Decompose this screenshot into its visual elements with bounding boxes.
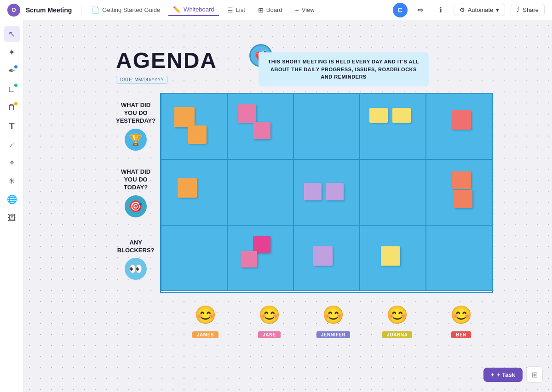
sticky-note[interactable] (452, 110, 471, 130)
description-box: This short meeting is held every day and… (259, 52, 429, 86)
board-icon: ⊞ (258, 6, 264, 14)
shape-tool-button[interactable]: □ (4, 81, 20, 97)
links-tool-button[interactable]: ⌖ (4, 154, 20, 171)
image-icon: 🖼 (8, 213, 16, 223)
cell-r3c4 (360, 225, 426, 291)
note-tool-button[interactable]: 🗒 (4, 99, 20, 116)
label-today: What did you do today? 🎯 (116, 159, 155, 226)
automate-icon: ⚙ (460, 6, 465, 13)
text-icon: T (9, 121, 14, 131)
tab-board[interactable]: ⊞ Board (253, 5, 287, 16)
cell-r2c4 (360, 159, 426, 225)
sticky-note[interactable] (238, 104, 256, 123)
jane-smiley: 😊 (257, 302, 282, 328)
sticky-note[interactable] (454, 190, 472, 208)
main-grid: What did you do yesterday? 🏆 What did yo… (116, 93, 493, 293)
cell-r1c4 (360, 94, 426, 159)
tab-list[interactable]: ☰ List (223, 5, 250, 16)
cell-r2c5 (426, 159, 492, 225)
jennifer-smiley: 😊 (321, 302, 346, 328)
info-button[interactable]: ℹ (433, 3, 448, 17)
select-tool-button[interactable]: ↖ (4, 26, 20, 42)
sticky-note[interactable] (326, 183, 344, 200)
trophy-icon: 🏆 (125, 129, 147, 151)
header-divider (81, 6, 81, 15)
james-smiley: 😊 (193, 302, 218, 328)
tab-whiteboard[interactable]: ✏️ Whiteboard (168, 4, 218, 16)
canvas-area[interactable]: AGENDA DATE: MM/DD/YYYY 📢 This short mee… (24, 20, 552, 392)
cell-r2c2 (227, 159, 293, 225)
automate-chevron-icon: ▾ (496, 6, 499, 13)
links-icon: ⌖ (10, 158, 14, 168)
cell-r3c1 (161, 225, 227, 291)
text-tool-button[interactable]: T (4, 118, 20, 134)
add-task-button[interactable]: + + Task (483, 368, 523, 382)
sparkle-icon: ✦ (8, 47, 15, 57)
team-member-jane: 😊 JANE (237, 302, 301, 338)
magic-tool-button[interactable]: ✦ (4, 44, 20, 61)
yesterday-label: What did you do yesterday? (116, 102, 155, 125)
team-member-james: 😊 JAMES (173, 302, 237, 338)
header: O Scrum Meeting 📄 Getting Started Guide … (0, 0, 552, 20)
effects-icon: ✳ (8, 176, 15, 186)
tab-view[interactable]: + View (291, 5, 319, 16)
avatar: C (393, 3, 408, 17)
bottom-right-controls: + + Task ⊞ (483, 366, 543, 383)
share-button[interactable]: ⤴ Share (511, 4, 545, 16)
share-label: Share (523, 6, 539, 13)
sticky-note[interactable] (369, 108, 388, 123)
automate-button[interactable]: ⚙ Automate ▾ (454, 4, 506, 16)
cell-r2c3 (293, 159, 360, 225)
cursor-icon: ↖ (8, 29, 15, 39)
automate-label: Automate (468, 6, 494, 13)
ben-label: BEN (451, 331, 471, 338)
tab-list-label: List (236, 6, 245, 13)
app-logo: O (7, 4, 20, 17)
left-toolbar: ↖ ✦ ✒ □ 🗒 T ⟋ ⌖ ✳ 🌐 🖼 (0, 20, 24, 392)
label-yesterday: What did you do yesterday? 🏆 (116, 93, 155, 159)
fit-width-button[interactable]: ⇔ (413, 3, 428, 17)
plus-icon: + (295, 6, 299, 14)
sticky-note[interactable] (452, 171, 471, 189)
sticky-note[interactable] (392, 108, 411, 123)
note-dot (14, 102, 17, 105)
team-member-joanna: 😊 JOANNA (365, 302, 429, 338)
project-title: Scrum Meeting (26, 6, 72, 14)
team-member-ben: 😊 BEN (429, 302, 493, 338)
ben-smiley: 😊 (448, 302, 474, 328)
blockers-label: Any blockers? (116, 239, 155, 255)
sticky-note[interactable] (174, 107, 195, 127)
whiteboard-content: AGENDA DATE: MM/DD/YYYY 📢 This short mee… (116, 48, 493, 338)
cell-r2c1 (161, 159, 227, 225)
label-blockers: Any blockers? 👀 (116, 226, 155, 293)
list-icon: ☰ (227, 6, 233, 14)
header-right: C ⇔ ℹ ⚙ Automate ▾ ⤴ Share (393, 3, 545, 17)
grid-view-button[interactable]: ⊞ (526, 366, 543, 383)
sticky-note[interactable] (241, 251, 257, 267)
media-button[interactable]: 🖼 (4, 210, 20, 226)
effects-tool-button[interactable]: ✳ (4, 173, 20, 189)
pen-tool-button[interactable]: ✒ (4, 62, 20, 79)
date-badge: DATE: MM/DD/YYYY (116, 76, 168, 84)
globe-button[interactable]: 🌐 (4, 191, 20, 208)
board-grid (160, 93, 493, 293)
tab-board-label: Board (266, 6, 282, 13)
james-label: JAMES (192, 331, 218, 338)
tab-getting-started[interactable]: 📄 Getting Started Guide (87, 5, 165, 16)
sticky-note[interactable] (188, 125, 207, 144)
jane-label: JANE (258, 331, 281, 338)
today-label: What did you do today? (116, 168, 155, 192)
share-icon: ⤴ (517, 6, 520, 13)
jennifer-label: JENNIFER (316, 331, 350, 338)
sticky-note[interactable] (253, 122, 270, 139)
connector-tool-button[interactable]: ⟋ (4, 136, 20, 153)
tab-getting-started-label: Getting Started Guide (102, 6, 160, 13)
sticky-note[interactable] (178, 178, 197, 198)
sticky-note[interactable] (304, 183, 322, 200)
rectangle-icon: □ (9, 85, 14, 94)
description-text: This short meeting is held every day and… (268, 59, 420, 80)
sticky-note[interactable] (313, 246, 333, 266)
tab-view-label: View (302, 6, 315, 13)
sticky-note[interactable] (381, 246, 400, 266)
add-task-label: + Task (497, 371, 515, 378)
